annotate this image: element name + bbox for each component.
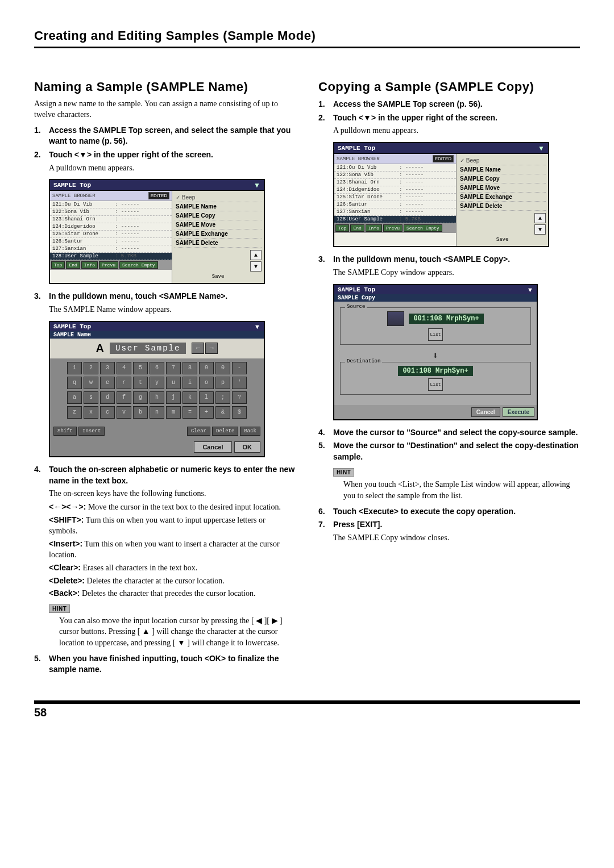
r-step-7: Press [EXIT]. bbox=[333, 519, 580, 531]
right-column: Copying a Sample (SAMPLE Copy) 1.Access … bbox=[318, 80, 580, 678]
pulldown-menu: ✓ Beep SAMPLE Name SAMPLE Copy SAMPLE Mo… bbox=[457, 154, 548, 246]
r-step-4: Move the cursor to "Source" and select t… bbox=[333, 427, 580, 439]
screenshot-sample-name-keyboard: SAMPLE Top▼ SAMPLE Name A User Sample ← … bbox=[49, 321, 265, 457]
key-delete: <Delete>: Deletes the character at the c… bbox=[49, 575, 296, 587]
footer-rule: 58 bbox=[34, 700, 580, 719]
source-sample: 001:108 MrphSyn+ bbox=[409, 314, 483, 324]
r-step-2-sub: A pulldown menu appears. bbox=[333, 126, 580, 136]
step-num: 7. bbox=[318, 519, 329, 531]
cancel-button: Cancel bbox=[471, 407, 500, 417]
step-1: Access the SAMPLE Top screen, and select… bbox=[49, 125, 296, 147]
step-3-sub: The SAMPLE Name window appears. bbox=[49, 304, 296, 315]
name-textbox: User Sample bbox=[110, 343, 186, 354]
scroll-down-icon: ▼ bbox=[250, 261, 262, 272]
screenshot-sample-copy: SAMPLE Top▼ SAMPLE Copy Source 001:108 M… bbox=[333, 284, 538, 420]
key-back: <Back>: Deletes the character that prece… bbox=[49, 588, 296, 599]
list-button: List bbox=[428, 378, 443, 391]
destination-sample: 001:108 MrphSyn+ bbox=[398, 366, 472, 376]
r-step-7-sub: The SAMPLE Copy window closes. bbox=[333, 533, 580, 544]
clear-key: Clear bbox=[187, 427, 210, 436]
hint-text: You can also move the input location cur… bbox=[59, 615, 296, 649]
browser-label: SAMPLE BROWSER bbox=[52, 193, 96, 199]
screenshot-sample-top-menu: SAMPLE Top▼ SAMPLE BROWSEREDITED 121:Ou … bbox=[49, 179, 265, 284]
scroll-up-icon: ▲ bbox=[250, 250, 262, 260]
step-num: 6. bbox=[318, 506, 329, 518]
ok-button: OK bbox=[234, 441, 261, 453]
shift-key: Shift bbox=[53, 427, 77, 436]
screenshot-sample-top-menu-right: SAMPLE Top▼ SAMPLE BROWSEREDITED 121:Ou … bbox=[333, 142, 549, 247]
insert-key: Insert bbox=[78, 427, 105, 436]
cursor-left-icon: ← bbox=[192, 343, 204, 354]
r-hint-text: When you touch <List>, the Sample List w… bbox=[343, 479, 580, 501]
key-insert: <Insert>: Turn this on when you want to … bbox=[49, 539, 296, 561]
r-step-1: Access the SAMPLE Top screen (p. 56). bbox=[333, 99, 580, 110]
waveform-icon bbox=[387, 311, 404, 326]
page-number: 58 bbox=[34, 706, 47, 719]
pulldown-menu: ✓ Beep SAMPLE Name SAMPLE Copy SAMPLE Mo… bbox=[172, 191, 264, 283]
step-num: 5. bbox=[34, 653, 44, 675]
hint-badge: HINT bbox=[333, 468, 354, 477]
step-num: 3. bbox=[318, 254, 329, 265]
back-key: Back bbox=[240, 427, 260, 436]
scroll-up-icon: ▲ bbox=[534, 213, 546, 223]
execute-button: Execute bbox=[503, 407, 534, 417]
section-title-name: Naming a Sample (SAMPLE Name) bbox=[34, 80, 296, 94]
name-lead: Assign a new name to the sample. You can… bbox=[34, 99, 296, 120]
step-num: 3. bbox=[34, 291, 44, 302]
dropdown-icon: ▼ bbox=[254, 181, 260, 189]
step-num: 5. bbox=[318, 440, 329, 462]
step-2-sub: A pulldown menu appears. bbox=[49, 163, 296, 174]
scroll-down-icon: ▼ bbox=[534, 224, 546, 235]
hint-badge: HINT bbox=[49, 604, 70, 613]
step-4-text: The on-screen keys have the following fu… bbox=[49, 489, 296, 499]
page-header: Creating and Editing Samples (Sample Mod… bbox=[34, 28, 580, 48]
r-step-5: Move the cursor to "Destination" and sel… bbox=[333, 440, 580, 462]
case-indicator: A bbox=[96, 342, 104, 355]
dropdown-icon: ▼ bbox=[527, 286, 533, 293]
step-num: 2. bbox=[34, 149, 44, 161]
destination-legend: Destination bbox=[345, 358, 382, 364]
dropdown-icon: ▼ bbox=[538, 144, 545, 152]
r-step-2: Touch <▼> in the upper right of the scre… bbox=[333, 112, 580, 124]
edited-badge: EDITED bbox=[148, 192, 169, 199]
step-num: 1. bbox=[34, 125, 44, 147]
step-4: Touch the on-screen alphabetic or numeri… bbox=[49, 464, 296, 486]
r-step-3: In the pulldown menu, touch <SAMPLE Copy… bbox=[333, 254, 580, 265]
left-column: Naming a Sample (SAMPLE Name) Assign a n… bbox=[34, 80, 296, 678]
step-num: 2. bbox=[318, 112, 329, 124]
step-num: 4. bbox=[34, 464, 44, 486]
key-shift: <SHIFT>: Turn this on when you want to i… bbox=[49, 515, 296, 537]
cursor-right-icon: → bbox=[205, 343, 218, 354]
step-3: In the pulldown menu, touch <SAMPLE Name… bbox=[49, 291, 296, 302]
step-num: 1. bbox=[318, 99, 329, 110]
r-step-3-sub: The SAMPLE Copy window appears. bbox=[333, 268, 580, 278]
step-5: When you have finished inputting, touch … bbox=[49, 653, 296, 675]
step-2: Touch <▼> in the upper right of the scre… bbox=[49, 149, 296, 161]
dropdown-icon: ▼ bbox=[254, 323, 260, 330]
shot-title: SAMPLE Top bbox=[53, 182, 91, 189]
list-button: List bbox=[428, 328, 443, 341]
key-arrows: <←><→>: Move the cursor in the text box … bbox=[49, 502, 296, 513]
page-title: Creating and Editing Samples (Sample Mod… bbox=[34, 28, 580, 43]
delete-key: Delete bbox=[212, 427, 238, 436]
source-legend: Source bbox=[345, 304, 367, 310]
step-num: 4. bbox=[318, 427, 329, 439]
r-step-6: Touch <Execute> to execute the copy oper… bbox=[333, 506, 580, 518]
section-title-copy: Copying a Sample (SAMPLE Copy) bbox=[318, 80, 580, 94]
cancel-button: Cancel bbox=[194, 441, 231, 453]
key-clear: <Clear>: Erases all characters in the te… bbox=[49, 562, 296, 574]
